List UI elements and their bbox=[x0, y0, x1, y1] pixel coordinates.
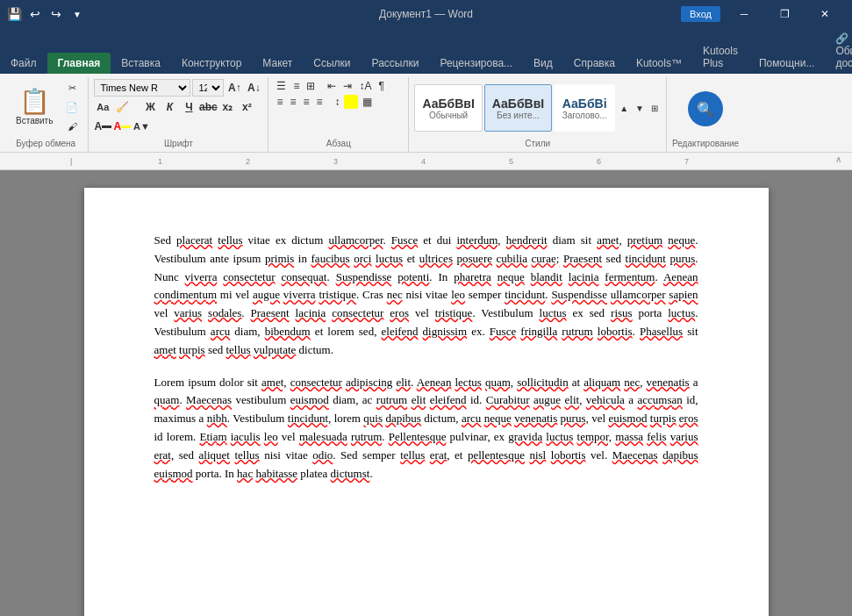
cut-button[interactable]: ✂ bbox=[61, 79, 82, 97]
minimize-button[interactable]: ─ bbox=[724, 0, 764, 28]
superscript-button[interactable]: x² bbox=[238, 98, 255, 116]
word-lobortis2: lobortis bbox=[551, 448, 586, 462]
font-size-select[interactable]: 12 bbox=[192, 79, 224, 97]
restore-button[interactable]: ❐ bbox=[764, 0, 805, 28]
tab-insert[interactable]: Вставка bbox=[111, 53, 171, 74]
style-heading-button[interactable]: АаБбВі Заголово... bbox=[554, 84, 615, 132]
decrease-indent-button[interactable]: ⇤ bbox=[325, 79, 339, 93]
copy-button[interactable]: 📄 bbox=[61, 98, 82, 116]
word-dictumst: dictumst bbox=[331, 467, 370, 480]
share-button[interactable]: 🔗 Общий доступ bbox=[825, 28, 852, 74]
style-no-interval-button[interactable]: АаБбВвІ Без инте... bbox=[484, 84, 552, 132]
tab-home[interactable]: Главная bbox=[47, 53, 111, 74]
word-maecenas1: Maecenas bbox=[186, 393, 232, 406]
word-eleifend2: eleifend bbox=[430, 393, 467, 406]
font-family-select[interactable]: Times New R bbox=[94, 79, 190, 97]
tab-layout[interactable]: Макет bbox=[252, 53, 303, 74]
tab-design[interactable]: Конструктор bbox=[171, 53, 252, 74]
word-nibh: nibh bbox=[207, 412, 227, 425]
increase-indent-button[interactable]: ⇥ bbox=[340, 79, 354, 93]
title-bar-title: Документ1 — Word bbox=[379, 8, 473, 20]
editing-label: Редактирование bbox=[672, 137, 739, 150]
subscript-button[interactable]: x₂ bbox=[218, 98, 236, 116]
italic-button[interactable]: К bbox=[161, 98, 178, 116]
sign-in-button[interactable]: Вход bbox=[681, 6, 720, 22]
paragraph-label: Абзац bbox=[274, 137, 403, 150]
word-ullamcorper2: ullamcorper bbox=[611, 288, 666, 301]
text-color-button[interactable]: A bbox=[113, 118, 131, 135]
text-highlight-button[interactable]: A bbox=[94, 118, 111, 135]
word-potenti: potenti bbox=[397, 270, 429, 283]
clear-format-button[interactable]: 🧹 bbox=[113, 98, 131, 116]
ruler-content: | 1 2 3 4 5 6 7 ∧ bbox=[0, 153, 852, 169]
tab-review[interactable]: Рецензирова... bbox=[429, 53, 523, 74]
font-label: Шрифт bbox=[94, 137, 262, 150]
styles-scroll-up[interactable]: ▲ bbox=[617, 103, 631, 114]
word-interdum: interdum, bbox=[456, 233, 500, 247]
word-felis: felis bbox=[647, 430, 666, 443]
underline-button[interactable]: Ч bbox=[180, 98, 197, 116]
tab-view[interactable]: Вид bbox=[523, 53, 563, 74]
numbered-list-button[interactable]: ≡ bbox=[290, 79, 302, 93]
decrease-font-button[interactable]: A↓ bbox=[245, 79, 262, 97]
increase-font-button[interactable]: A↑ bbox=[226, 79, 243, 97]
word-suspendisse1: Suspendisse bbox=[336, 270, 392, 283]
paste-button[interactable]: 📋 Вставить bbox=[9, 79, 60, 133]
word-accumsan: accumsan bbox=[638, 393, 683, 406]
word-praesent2: Praesent bbox=[251, 306, 290, 319]
tab-mailings[interactable]: Рассылки bbox=[362, 53, 430, 74]
styles-expand[interactable]: ⊞ bbox=[648, 103, 661, 114]
word-curae: curae; bbox=[532, 252, 560, 265]
styles-scroll-down[interactable]: ▼ bbox=[633, 103, 647, 114]
tab-help[interactable]: Справка bbox=[563, 53, 626, 74]
line-spacing-button[interactable]: ↕ bbox=[332, 95, 342, 109]
document-page[interactable]: Sed placerat tellus vitae ex dictum ulla… bbox=[84, 188, 769, 616]
char-shading-button[interactable]: A▼ bbox=[132, 118, 150, 135]
redo-icon[interactable]: ↪ bbox=[49, 7, 63, 21]
strikethrough-button[interactable]: abc bbox=[199, 98, 217, 116]
sort-button[interactable]: ↕A bbox=[356, 79, 374, 93]
word-bibendum: bibendum bbox=[265, 325, 311, 338]
tab-file[interactable]: Файл bbox=[0, 53, 47, 74]
word-amet2: amet bbox=[154, 343, 176, 356]
clipboard-content: 📋 Вставить ✂ 📄 🖌 bbox=[9, 79, 82, 137]
word-venenatis1: venenatis bbox=[647, 376, 690, 389]
show-marks-button[interactable]: ¶ bbox=[376, 79, 386, 93]
word-cubilia: cubilia bbox=[497, 252, 527, 265]
bullet-list-button[interactable]: ☰ bbox=[274, 79, 289, 93]
word-erat2: erat, bbox=[430, 448, 450, 462]
dropdown-icon[interactable]: ▼ bbox=[70, 7, 84, 21]
justify-button[interactable]: ≡ bbox=[313, 95, 325, 109]
ribbon-group-clipboard: 📋 Вставить ✂ 📄 🖌 Буфер обмена bbox=[4, 77, 89, 152]
document-container[interactable]: Sed placerat tellus vitae ex dictum ulla… bbox=[0, 170, 852, 616]
word-consequat: consequat bbox=[281, 270, 326, 283]
word-tellus: tellus bbox=[218, 233, 242, 247]
undo-icon[interactable]: ↩ bbox=[28, 7, 42, 21]
word-luctus2: luctus bbox=[540, 306, 567, 319]
format-painter-button[interactable]: 🖌 bbox=[61, 118, 82, 135]
tab-kutools-plus[interactable]: Kutools Plus bbox=[692, 40, 748, 74]
align-right-button[interactable]: ≡ bbox=[300, 95, 311, 109]
close-button[interactable]: ✕ bbox=[805, 0, 845, 28]
borders-button[interactable]: ▦ bbox=[360, 95, 375, 109]
bold-button[interactable]: Ж bbox=[141, 98, 159, 116]
style-normal-button[interactable]: АаБбВвІ Обычный bbox=[414, 84, 482, 132]
word-fringilla: fringilla bbox=[520, 325, 557, 338]
word-iaculis: iaculis bbox=[231, 430, 261, 443]
shading-button[interactable] bbox=[344, 95, 358, 109]
tab-references[interactable]: Ссылки bbox=[303, 53, 361, 74]
search-button[interactable]: 🔍 bbox=[688, 91, 723, 126]
save-icon[interactable]: 💾 bbox=[7, 7, 21, 21]
word-sapien: sapien bbox=[669, 288, 698, 301]
word-tristique1: tristique bbox=[319, 288, 356, 301]
multilevel-list-button[interactable]: ⊞ bbox=[304, 79, 318, 93]
word-blandit: blandit bbox=[531, 270, 562, 283]
tab-helper[interactable]: Помощни... bbox=[748, 53, 825, 74]
align-left-button[interactable]: ≡ bbox=[274, 95, 285, 109]
align-center-button[interactable]: ≡ bbox=[287, 95, 298, 109]
tab-kutools[interactable]: Kutools™ bbox=[626, 53, 692, 74]
word-fusce: Fusce bbox=[391, 233, 418, 247]
word-tincidunt2: tincidunt bbox=[505, 288, 545, 301]
case-button[interactable]: Aa bbox=[94, 98, 111, 116]
word-fermentum: fermentum bbox=[605, 270, 655, 283]
